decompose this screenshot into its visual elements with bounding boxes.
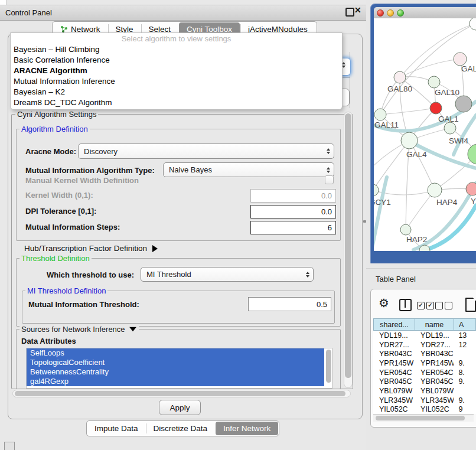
float-window-icon[interactable] (345, 8, 354, 17)
table-cell: YDR27... (415, 341, 454, 349)
bottom-tab-infer-network[interactable]: Infer Network (216, 422, 278, 435)
algorithm-option[interactable]: ARACNE Algorithm (11, 66, 342, 76)
algorithm-option[interactable]: Basic Correlation Inference (11, 55, 342, 66)
table-cell: 9. (454, 377, 476, 386)
cyni-algorithm-settings-title: Cyni Algorithm Settings (15, 110, 98, 119)
which-threshold-label: Which threshold to use: (47, 270, 134, 279)
node-label-gcy1: GCY1 (374, 198, 391, 207)
dpi-tolerance-input[interactable]: 0.0 (250, 205, 336, 219)
table-cell: 13 (454, 331, 476, 340)
table-cell: YIL052C (373, 405, 415, 413)
mi-threshold-input[interactable]: 0.5 (248, 297, 331, 311)
network-edge-thin[interactable] (400, 59, 460, 77)
network-node-hap4[interactable] (428, 183, 442, 197)
network-edge-thin[interactable] (380, 108, 436, 115)
network-node-gal4[interactable] (401, 132, 418, 149)
network-node-gal[interactable] (454, 53, 467, 66)
table-cell: YBR043C (373, 350, 415, 358)
hub-definition-expander[interactable]: Hub/Transcription Factor Definition (24, 244, 158, 253)
network-node-hap2[interactable] (400, 224, 411, 235)
network-node-gal10[interactable] (428, 76, 440, 88)
scrollbar-thumb[interactable] (15, 391, 345, 396)
network-node-swi4[interactable] (444, 122, 456, 134)
column-header-shared[interactable]: shared... (373, 318, 415, 331)
attribute-item-selected[interactable]: BetweennessCentrality (27, 367, 324, 377)
mi-algorithm-type-label: Mutual Information Algorithm Type: (25, 166, 155, 175)
list-scrollbar[interactable] (326, 350, 331, 383)
select-all-checkboxes-icon[interactable]: ✓ ✓ (417, 302, 434, 309)
network-edge-thin[interactable] (374, 141, 409, 190)
attribute-item-selected[interactable]: SelfLoops (27, 348, 324, 358)
table-row[interactable]: YER054CYER054C8. (373, 368, 476, 377)
network-window-titlebar[interactable] (374, 7, 476, 19)
threshold-definition-title: Threshold Definition (19, 254, 92, 263)
table-settings-gear-icon[interactable]: ⚙ (379, 297, 389, 309)
column-header-a[interactable]: A (454, 318, 476, 331)
tab-label: Impute Data (94, 424, 138, 433)
algorithm-dropdown-popup: Select algorithm to view settings Bayesi… (10, 32, 343, 110)
network-node-gal1[interactable] (430, 102, 442, 114)
zoom-traffic-light-icon[interactable] (397, 9, 404, 17)
network-node[interactable] (470, 18, 476, 30)
table-horizontal-scrollbar[interactable] (373, 414, 474, 422)
bottom-left-widget[interactable] (4, 442, 15, 450)
table-row[interactable]: YLR345WYLR345W9. (373, 396, 476, 405)
mi-algorithm-type-value: Naive Bayes (169, 165, 212, 174)
table-row[interactable]: YBR045CYBR045C9. (373, 377, 476, 386)
new-table-file-icon[interactable] (465, 298, 476, 312)
network-edge-thin[interactable] (380, 77, 400, 115)
apply-button[interactable]: Apply (159, 400, 201, 415)
tab-label: Infer Network (223, 424, 270, 433)
algorithm-option[interactable]: Bayesian – Hill Climbing (11, 44, 342, 55)
mi-steps-input[interactable]: 6 (250, 221, 336, 234)
network-graph[interactable]: GALGAL80GAL10GAL1GAL11GAL4SWI4GCY1HAP4YH… (374, 18, 476, 251)
which-threshold-select[interactable]: MI Threshold (141, 267, 314, 282)
column-header-name[interactable]: name (415, 318, 454, 331)
node-label-hap2: HAP2 (406, 235, 427, 244)
network-canvas[interactable]: GALGAL80GAL10GAL1GAL11GAL4SWI4GCY1HAP4YH… (374, 18, 476, 251)
scrollbar-thumb[interactable] (345, 113, 351, 378)
node-label-hap4: HAP4 (436, 198, 458, 207)
attribute-item-selected[interactable]: TopologicalCoefficient (27, 358, 324, 367)
network-node-gcy1[interactable] (374, 184, 379, 196)
table-row[interactable]: YBL079WYBL079W (373, 386, 476, 396)
algorithm-option[interactable]: Bayesian – K2 (11, 87, 342, 97)
sources-group-title-row[interactable]: Sources for Network Inference (19, 325, 139, 334)
bottom-tab-discretize-data[interactable]: Discretize Data (146, 421, 216, 436)
node-label-swi4: SWI4 (449, 136, 468, 145)
table-row[interactable]: YPR145WYPR145W9. (373, 358, 476, 368)
table-header-row[interactable]: shared...nameA (373, 318, 476, 331)
network-node-gal11[interactable] (374, 109, 386, 120)
network-edge-cyan[interactable] (422, 206, 476, 251)
scrollbar-thumb[interactable] (376, 416, 465, 420)
network-node[interactable] (455, 96, 472, 112)
attribute-item-selected[interactable]: gal4RGexp (27, 377, 324, 386)
aracne-mode-select[interactable]: Discovery (78, 144, 334, 159)
show-columns-icon[interactable] (399, 299, 412, 311)
network-node-y[interactable] (466, 182, 476, 195)
aracne-mode-value: Discovery (84, 147, 118, 156)
algorithm-option[interactable]: Dream8 DC_TDC Algorithm (11, 97, 342, 108)
close-icon[interactable]: ✕ (354, 5, 361, 15)
close-traffic-light-icon[interactable] (377, 9, 384, 17)
settings-vertical-scrollbar[interactable] (344, 112, 353, 388)
kernel-width-input: 0.0 (250, 189, 336, 203)
table-body[interactable]: YDL19...YDL19...13YDR27...YDR27...12YBR0… (373, 331, 476, 414)
table-row[interactable]: YDR27...YDR27...12 (373, 340, 476, 350)
table-cell: YLR345W (415, 396, 454, 405)
network-node-gal80[interactable] (394, 71, 406, 83)
splitter-handle[interactable] (363, 220, 366, 223)
settings-horizontal-scrollbar[interactable] (12, 390, 351, 397)
bottom-tab-impute-data[interactable]: Impute Data (87, 421, 146, 436)
manual-kernel-width-checkbox[interactable] (325, 175, 334, 184)
network-node[interactable] (468, 144, 476, 164)
mi-algorithm-type-select[interactable]: Naive Bayes (163, 162, 334, 177)
algorithm-option[interactable]: Mutual Information Inference (11, 76, 342, 87)
table-row[interactable]: YDL19...YDL19...13 (373, 331, 476, 340)
node-label-gal11: GAL11 (374, 120, 399, 129)
minimize-traffic-light-icon[interactable] (387, 9, 394, 17)
data-attributes-list[interactable]: SelfLoopsTopologicalCoefficientBetweenne… (26, 348, 332, 389)
deselect-all-checkboxes-icon[interactable] (435, 302, 452, 309)
table-row[interactable]: YBR043CYBR043C (373, 349, 476, 358)
table-row[interactable]: YIL052CYIL052C9 (373, 405, 476, 415)
